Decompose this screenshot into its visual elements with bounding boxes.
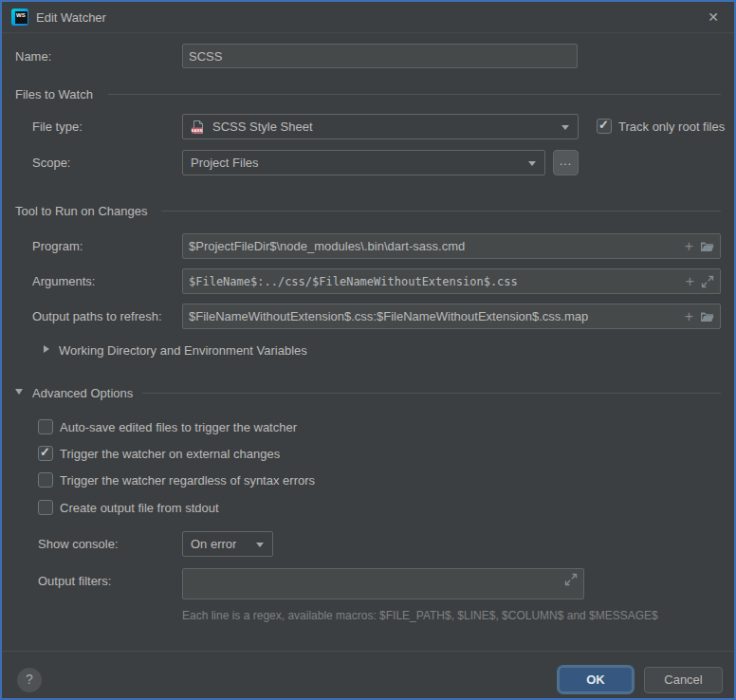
help-button[interactable]: ? [17,668,42,692]
stdout-label: Create output file from stdout [60,501,219,515]
output-filters-input[interactable] [182,568,584,599]
insert-macro-icon[interactable]: + [685,240,693,253]
autosave-label: Auto-save edited files to trigger the wa… [60,420,297,434]
output-filters-label: Output filters: [38,574,111,588]
stdout-checkbox[interactable] [38,500,53,515]
working-directory-toggle[interactable]: Working Directory and Environment Variab… [59,343,307,358]
section-divider [108,94,721,95]
track-only-root-files-checkbox[interactable] [597,119,612,134]
name-label: Name: [15,49,51,64]
arguments-label: Arguments: [32,274,95,288]
file-type-label: File type: [32,120,83,134]
close-icon[interactable]: ✕ [708,2,719,33]
cancel-button[interactable]: Cancel [644,667,723,693]
expand-arrow-icon[interactable] [15,389,23,395]
show-console-label: Show console: [38,537,119,551]
webstorm-icon: WS [11,9,28,26]
output-paths-input[interactable]: $FileNameWithoutExtension$.css:$FileName… [182,304,721,329]
section-advanced-options[interactable]: Advanced Options [32,386,133,400]
footer-divider [2,651,734,652]
output-paths-label: Output paths to refresh: [32,309,162,323]
section-tool-to-run: Tool to Run on Changes [15,204,147,218]
file-type-value: SCSS Style Sheet [212,120,313,134]
insert-macro-icon[interactable]: + [685,310,693,323]
scope-value: Project Files [191,156,259,170]
scss-file-icon: SASS [191,120,206,135]
folder-icon[interactable] [700,310,714,322]
ok-button[interactable]: OK [557,665,635,694]
syntax-errors-checkbox[interactable] [38,472,53,488]
section-files-to-watch: Files to Watch [15,87,93,101]
track-only-root-files-label: Track only root files [618,120,725,134]
program-input[interactable]: $ProjectFileDir$\node_modules\.bin\dart-… [182,233,721,259]
output-filters-hint: Each line is a regex, available macros: … [182,609,658,622]
autosave-checkbox[interactable] [38,419,53,434]
svg-text:SASS: SASS [192,128,203,133]
external-changes-checkbox[interactable] [38,446,53,461]
chevron-down-icon [561,125,569,130]
expand-icon[interactable] [564,573,578,586]
name-input[interactable]: SCSS [182,44,578,68]
arguments-input[interactable]: $FileName$:../css/$FileNameWithoutExtens… [182,268,721,294]
section-divider [142,393,721,394]
collapse-arrow-icon[interactable] [44,345,49,353]
chevron-down-icon [256,543,264,547]
expand-icon[interactable] [701,275,714,288]
chevron-down-icon [528,161,536,166]
folder-icon[interactable] [700,240,714,252]
external-changes-label: Trigger the watcher on external changes [60,447,280,461]
insert-macro-icon[interactable]: + [686,275,694,288]
show-console-dropdown[interactable]: On error [182,531,273,557]
scope-label: Scope: [32,156,70,170]
syntax-errors-label: Trigger the watcher regardless of syntax… [60,473,315,488]
program-label: Program: [32,239,83,253]
show-console-value: On error [191,537,236,551]
file-type-dropdown[interactable]: SASS SCSS Style Sheet [182,114,579,139]
scope-browse-button[interactable]: ... [553,150,579,175]
section-divider [161,211,721,212]
edit-watcher-dialog: WS Edit Watcher ✕ Name: SCSS Files to Wa… [0,0,736,700]
title-bar: WS Edit Watcher ✕ [2,2,734,33]
scope-dropdown[interactable]: Project Files [182,150,545,175]
dialog-title: Edit Watcher [36,2,106,33]
